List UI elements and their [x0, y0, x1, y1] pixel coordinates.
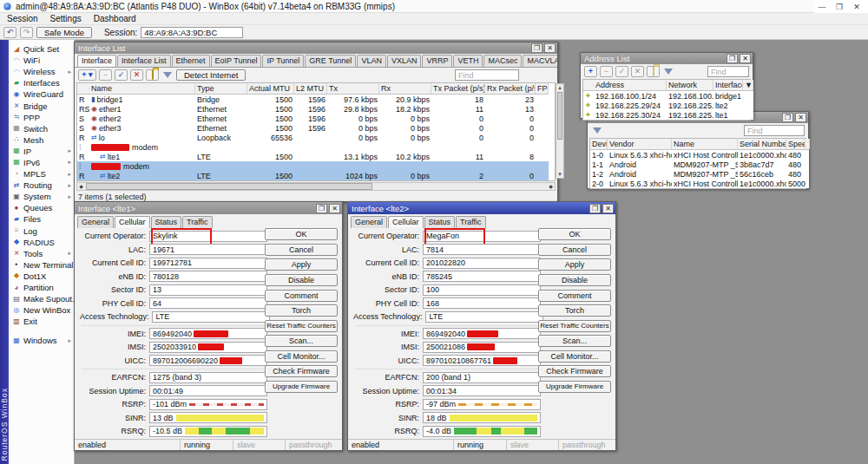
scroll-right-icon[interactable]: ◆: [547, 183, 555, 190]
sidebar-item-log[interactable]: ≡Log: [9, 225, 74, 237]
sidebar-item-new-winbox[interactable]: ◎New WinBox: [9, 304, 74, 316]
interface-table-header[interactable]: Name Type Actual MTU L2 MTU Tx Rx Tx Pac…: [77, 83, 549, 95]
maximize-icon[interactable]: ❐: [833, 2, 845, 12]
sidebar-item-make-supout[interactable]: ▤Make Supout.rif: [9, 293, 74, 304]
enable-icon[interactable]: ✓: [615, 66, 628, 77]
address-row[interactable]: ✦ 192.168.225.29/24192.168.225.0lte2: [583, 101, 753, 110]
address-list-titlebar[interactable]: Address List ❐ ✕: [581, 53, 753, 64]
sidebar-item-windows[interactable]: ▦Windows: [9, 335, 74, 346]
tab-ip-tunnel[interactable]: IP Tunnel: [262, 55, 304, 67]
sidebar-item-wireless[interactable]: ◠Wireless: [9, 66, 74, 77]
apply-button[interactable]: Apply: [265, 258, 338, 271]
usb-row[interactable]: 1-0Linux 5.6.3 xhci-hcdxHCI Host Control…: [590, 150, 809, 160]
scroll-down-icon[interactable]: ▼: [556, 171, 563, 178]
filter-icon[interactable]: [664, 69, 673, 75]
address-row[interactable]: ✦ 192.168.100.1/24192.168.100.0bridge1: [583, 91, 753, 101]
tab-interface-list[interactable]: Interface List: [117, 55, 171, 67]
tab-traffic[interactable]: Traffic: [456, 216, 486, 228]
ok-button[interactable]: OK: [538, 228, 611, 240]
interface-row-ether1[interactable]: RS ◉ether1 Ethernet 1500 1596 29.8 kbps …: [77, 104, 549, 114]
close-icon[interactable]: ✕: [740, 54, 751, 63]
upgrade-firmware-button[interactable]: Upgrade Firmware: [265, 381, 338, 393]
menu-session[interactable]: Session: [7, 14, 38, 23]
vertical-scrollbar[interactable]: ▲ ▼: [556, 83, 564, 179]
tab-vlan[interactable]: VLAN: [357, 55, 386, 67]
usb-row[interactable]: 2-0Linux 5.6.3 xhci-hcdxHCI Host Control…: [590, 179, 809, 188]
interface-row-lte1[interactable]: R ⇄lte1 LTE 1500 13.1 kbps 10.2 kbps 11 …: [77, 152, 549, 161]
upgrade-firmware-button[interactable]: Upgrade Firmware: [538, 381, 611, 393]
interface-group-row-modem-selected[interactable]: ⁞ modem: [77, 161, 549, 171]
sidebar-item-exit[interactable]: ▥Exit: [9, 316, 74, 327]
interface-row-bridge1[interactable]: R ▮bridge1 Bridge 1500 1596 97.6 kbps 20…: [77, 95, 549, 104]
scan-button[interactable]: Scan...: [538, 335, 611, 347]
scrollbar-thumb[interactable]: [86, 183, 372, 190]
sidebar-item-ip[interactable]: ▦IP: [9, 146, 74, 157]
reset-traffic-counters-button[interactable]: Reset Traffic Counters: [265, 320, 338, 332]
tab-general[interactable]: General: [77, 216, 114, 228]
tab-status[interactable]: Status: [424, 216, 456, 228]
comment-button[interactable]: Comment: [265, 290, 338, 302]
sidebar-item-new-terminal[interactable]: ▪New Terminal: [9, 259, 74, 271]
tab-traffic[interactable]: Traffic: [182, 216, 213, 228]
tab-vrrp[interactable]: VRRP: [422, 55, 452, 67]
tab-vxlan[interactable]: VXLAN: [387, 55, 422, 67]
redo-icon[interactable]: ↷: [20, 27, 33, 38]
disable-icon[interactable]: ✕: [631, 66, 644, 77]
filter-icon[interactable]: [163, 72, 172, 78]
sidebar-item-partition[interactable]: ◕Partition: [9, 282, 74, 293]
comment-icon[interactable]: [647, 66, 660, 77]
add-icon[interactable]: +: [584, 66, 597, 77]
sidebar-item-wireguard[interactable]: ◉WireGuard: [9, 88, 74, 100]
check-firmware-button[interactable]: Check Firmware: [538, 365, 611, 377]
sidebar-item-dot1x[interactable]: ◆Dot1X: [9, 271, 74, 282]
close-icon[interactable]: ✕: [795, 113, 806, 122]
sidebar-item-wifi[interactable]: ◠WiFi: [9, 55, 74, 66]
disable-button[interactable]: Disable: [538, 274, 611, 286]
column-select-icon[interactable]: ▼: [806, 139, 810, 149]
sidebar-item-system[interactable]: ▣System: [9, 191, 74, 202]
sidebar-item-tools[interactable]: ⨯Tools: [9, 248, 74, 259]
detect-internet-button[interactable]: Detect Internet: [176, 69, 246, 81]
tab-general[interactable]: General: [351, 216, 387, 228]
tab-eoip-tunnel[interactable]: EoIP Tunnel: [211, 55, 262, 67]
tab-veth[interactable]: VETH: [453, 55, 483, 67]
comment-icon[interactable]: [146, 69, 159, 81]
find-input[interactable]: [707, 66, 749, 77]
restore-icon[interactable]: ❐: [589, 204, 601, 213]
sidebar-item-queues[interactable]: ●Queues: [9, 202, 74, 213]
tab-status[interactable]: Status: [151, 216, 182, 228]
check-firmware-button[interactable]: Check Firmware: [265, 365, 338, 377]
usb-row[interactable]: 1-1AndroidMDM9207-MTP _SN:3B8..3b8ac7d74…: [590, 160, 809, 169]
menu-settings[interactable]: Settings: [50, 14, 82, 23]
interface-list-titlebar[interactable]: Interface List ❐ ✕: [75, 42, 557, 54]
current-operator-value[interactable]: Skylink: [149, 231, 267, 242]
interface-row-lte2-selected[interactable]: R ⇄lte2 LTE 1500 1024 bps 0 bps 2 0: [77, 171, 549, 180]
restore-icon[interactable]: ❐: [727, 54, 738, 63]
horizontal-scrollbar[interactable]: ◆ ◆: [76, 182, 556, 191]
scroll-left-icon[interactable]: ◆: [77, 183, 85, 190]
interface-row-ether2[interactable]: S ◉ether2 Ethernet 1500 1596 0 bps 0 bps…: [77, 114, 549, 123]
scrollbar-thumb[interactable]: [557, 92, 562, 140]
tab-macvlan[interactable]: MACVLAN: [523, 55, 557, 67]
lte2-titlebar[interactable]: Interface <lte2> ❐ ✕: [348, 202, 615, 214]
interface-row-lo[interactable]: R ⇄lo Loopback 65536 0 bps 0 bps 0 0: [77, 133, 549, 142]
restore-icon[interactable]: ❐: [531, 43, 542, 53]
session-input[interactable]: 48:A9:8A:A3:9D:BC: [141, 27, 243, 38]
interface-row-ether3[interactable]: S ◉ether3 Ethernet 1500 1596 0 bps 0 bps…: [77, 123, 549, 133]
tab-cellular[interactable]: Cellular: [388, 216, 424, 228]
address-row[interactable]: ✦ 192.168.225.30/24192.168.225.0lte1: [583, 110, 753, 120]
apply-button[interactable]: Apply: [538, 258, 611, 271]
sidebar-item-mesh[interactable]: ∴Mesh: [9, 134, 74, 146]
sidebar-item-quick-set[interactable]: ◢Quick Set: [9, 43, 74, 55]
sidebar-item-ppp[interactable]: ≒PPP: [9, 112, 74, 123]
undo-icon[interactable]: ↶: [3, 27, 16, 38]
comment-button[interactable]: Comment: [538, 290, 611, 302]
find-input[interactable]: [455, 69, 519, 81]
safe-mode-button[interactable]: Safe Mode: [36, 27, 92, 38]
close-icon[interactable]: ✕: [544, 43, 556, 53]
disable-button[interactable]: Disable: [265, 274, 338, 286]
close-icon[interactable]: ✕: [851, 2, 863, 12]
sidebar-item-files[interactable]: ▰Files: [9, 213, 74, 225]
tab-interface[interactable]: Interface: [77, 55, 116, 68]
reset-traffic-counters-button[interactable]: Reset Traffic Counters: [538, 320, 611, 332]
